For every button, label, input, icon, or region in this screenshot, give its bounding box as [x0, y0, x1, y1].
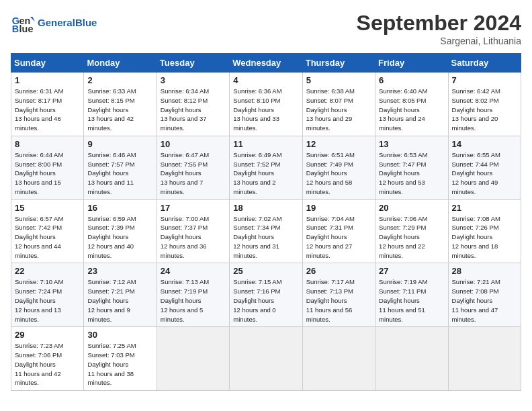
day-number: 17 [161, 203, 226, 213]
day-info: Sunrise: 7:17 AM Sunset: 7:13 PM Dayligh… [306, 277, 371, 324]
day-info: Sunrise: 6:46 AM Sunset: 7:57 PM Dayligh… [87, 150, 152, 197]
calendar-week-row: 1 Sunrise: 6:31 AM Sunset: 8:17 PM Dayli… [11, 73, 521, 136]
day-info: Sunrise: 7:08 AM Sunset: 7:26 PM Dayligh… [452, 214, 517, 261]
logo-text-general: General [38, 17, 75, 28]
day-info: Sunrise: 7:10 AM Sunset: 7:24 PM Dayligh… [15, 277, 80, 324]
calendar-week-row: 15 Sunrise: 6:57 AM Sunset: 7:42 PM Dayl… [11, 199, 521, 263]
day-info: Sunrise: 6:38 AM Sunset: 8:07 PM Dayligh… [306, 87, 371, 133]
day-number: 12 [306, 139, 371, 149]
day-number: 18 [233, 203, 298, 213]
day-info: Sunrise: 7:21 AM Sunset: 7:08 PM Dayligh… [452, 277, 517, 324]
day-number: 21 [452, 203, 517, 213]
day-info: Sunrise: 6:33 AM Sunset: 8:15 PM Dayligh… [87, 87, 152, 133]
calendar-day-cell [157, 327, 229, 391]
calendar-day-cell: 6 Sunrise: 6:40 AM Sunset: 8:05 PM Dayli… [375, 73, 448, 136]
day-number: 7 [452, 75, 517, 85]
day-number: 5 [306, 75, 371, 85]
day-info: Sunrise: 6:51 AM Sunset: 7:49 PM Dayligh… [306, 150, 371, 197]
day-info: Sunrise: 6:47 AM Sunset: 7:55 PM Dayligh… [161, 150, 226, 197]
title-block: September 2024 Sargenai, Lithuania [357, 11, 521, 46]
calendar-day-cell: 17 Sunrise: 7:00 AM Sunset: 7:37 PM Dayl… [157, 199, 229, 263]
weekday-header: Monday [84, 54, 157, 73]
day-number: 20 [379, 203, 444, 213]
day-info: Sunrise: 6:31 AM Sunset: 8:17 PM Dayligh… [15, 87, 80, 133]
calendar-day-cell: 2 Sunrise: 6:33 AM Sunset: 8:15 PM Dayli… [84, 73, 157, 136]
day-info: Sunrise: 6:34 AM Sunset: 8:12 PM Dayligh… [161, 87, 226, 133]
calendar-day-cell: 13 Sunrise: 6:53 AM Sunset: 7:47 PM Dayl… [375, 136, 448, 199]
calendar-day-cell: 21 Sunrise: 7:08 AM Sunset: 7:26 PM Dayl… [448, 199, 521, 263]
calendar-day-cell [375, 327, 448, 391]
day-number: 28 [452, 266, 517, 276]
calendar-day-cell: 15 Sunrise: 6:57 AM Sunset: 7:42 PM Dayl… [11, 199, 84, 263]
calendar-day-cell [302, 327, 375, 391]
day-number: 3 [161, 75, 226, 85]
day-info: Sunrise: 7:13 AM Sunset: 7:19 PM Dayligh… [161, 277, 226, 324]
calendar-day-cell [230, 327, 302, 391]
day-number: 13 [379, 139, 444, 149]
day-info: Sunrise: 6:55 AM Sunset: 7:44 PM Dayligh… [452, 150, 517, 197]
day-number: 23 [87, 266, 152, 276]
logo-text-blue: Blue [75, 17, 97, 28]
calendar-day-cell [448, 327, 521, 391]
logo: G en B lue GeneralBlue [11, 11, 97, 35]
calendar-day-cell: 5 Sunrise: 6:38 AM Sunset: 8:07 PM Dayli… [302, 73, 375, 136]
calendar-day-cell: 24 Sunrise: 7:13 AM Sunset: 7:19 PM Dayl… [157, 263, 229, 327]
weekday-header-row: SundayMondayTuesdayWednesdayThursdayFrid… [11, 54, 521, 73]
day-number: 27 [379, 266, 444, 276]
day-number: 1 [15, 75, 80, 85]
day-number: 24 [161, 266, 226, 276]
calendar-week-row: 8 Sunrise: 6:44 AM Sunset: 8:00 PM Dayli… [11, 136, 521, 199]
day-info: Sunrise: 7:19 AM Sunset: 7:11 PM Dayligh… [379, 277, 444, 324]
day-number: 9 [87, 139, 152, 149]
calendar-day-cell: 23 Sunrise: 7:12 AM Sunset: 7:21 PM Dayl… [84, 263, 157, 327]
day-number: 25 [233, 266, 298, 276]
calendar-table: SundayMondayTuesdayWednesdayThursdayFrid… [11, 53, 521, 391]
day-number: 29 [15, 330, 80, 340]
weekday-header: Thursday [302, 54, 375, 73]
logo-icon: G en B lue [11, 11, 35, 35]
calendar-day-cell: 3 Sunrise: 6:34 AM Sunset: 8:12 PM Dayli… [157, 73, 229, 136]
calendar-day-cell: 4 Sunrise: 6:36 AM Sunset: 8:10 PM Dayli… [230, 73, 302, 136]
location: Sargenai, Lithuania [357, 36, 521, 46]
day-number: 4 [233, 75, 298, 85]
day-number: 6 [379, 75, 444, 85]
calendar-day-cell: 26 Sunrise: 7:17 AM Sunset: 7:13 PM Dayl… [302, 263, 375, 327]
calendar-day-cell: 9 Sunrise: 6:46 AM Sunset: 7:57 PM Dayli… [84, 136, 157, 199]
svg-text:B: B [12, 24, 19, 34]
day-info: Sunrise: 6:59 AM Sunset: 7:39 PM Dayligh… [87, 214, 152, 261]
day-number: 11 [233, 139, 298, 149]
calendar-day-cell: 20 Sunrise: 7:06 AM Sunset: 7:29 PM Dayl… [375, 199, 448, 263]
day-info: Sunrise: 6:36 AM Sunset: 8:10 PM Dayligh… [233, 87, 298, 133]
calendar-day-cell: 8 Sunrise: 6:44 AM Sunset: 8:00 PM Dayli… [11, 136, 84, 199]
calendar-week-row: 29 Sunrise: 7:23 AM Sunset: 7:06 PM Dayl… [11, 327, 521, 391]
weekday-header: Saturday [448, 54, 521, 73]
svg-text:lue: lue [19, 24, 34, 34]
day-number: 2 [87, 75, 152, 85]
day-info: Sunrise: 6:49 AM Sunset: 7:52 PM Dayligh… [233, 150, 298, 197]
svg-marker-4 [30, 17, 35, 21]
calendar-day-cell: 28 Sunrise: 7:21 AM Sunset: 7:08 PM Dayl… [448, 263, 521, 327]
calendar-week-row: 22 Sunrise: 7:10 AM Sunset: 7:24 PM Dayl… [11, 263, 521, 327]
day-number: 30 [87, 330, 152, 340]
weekday-header: Tuesday [157, 54, 229, 73]
page-header: G en B lue GeneralBlue September 2024 Sa… [11, 11, 521, 46]
day-info: Sunrise: 7:06 AM Sunset: 7:29 PM Dayligh… [379, 214, 444, 261]
calendar-day-cell: 12 Sunrise: 6:51 AM Sunset: 7:49 PM Dayl… [302, 136, 375, 199]
calendar-day-cell: 25 Sunrise: 7:15 AM Sunset: 7:16 PM Dayl… [230, 263, 302, 327]
day-info: Sunrise: 7:00 AM Sunset: 7:37 PM Dayligh… [161, 214, 226, 261]
calendar-day-cell: 16 Sunrise: 6:59 AM Sunset: 7:39 PM Dayl… [84, 199, 157, 263]
month-title: September 2024 [357, 11, 521, 36]
weekday-header: Sunday [11, 54, 84, 73]
weekday-header: Wednesday [230, 54, 302, 73]
calendar-day-cell: 27 Sunrise: 7:19 AM Sunset: 7:11 PM Dayl… [375, 263, 448, 327]
day-info: Sunrise: 6:40 AM Sunset: 8:05 PM Dayligh… [379, 87, 444, 133]
day-info: Sunrise: 6:42 AM Sunset: 8:02 PM Dayligh… [452, 87, 517, 133]
day-info: Sunrise: 7:02 AM Sunset: 7:34 PM Dayligh… [233, 214, 298, 261]
day-number: 14 [452, 139, 517, 149]
calendar-day-cell: 7 Sunrise: 6:42 AM Sunset: 8:02 PM Dayli… [448, 73, 521, 136]
day-info: Sunrise: 6:53 AM Sunset: 7:47 PM Dayligh… [379, 150, 444, 197]
calendar-day-cell: 19 Sunrise: 7:04 AM Sunset: 7:31 PM Dayl… [302, 199, 375, 263]
day-info: Sunrise: 7:12 AM Sunset: 7:21 PM Dayligh… [87, 277, 152, 324]
weekday-header: Friday [375, 54, 448, 73]
calendar-day-cell: 30 Sunrise: 7:25 AM Sunset: 7:03 PM Dayl… [84, 327, 157, 391]
